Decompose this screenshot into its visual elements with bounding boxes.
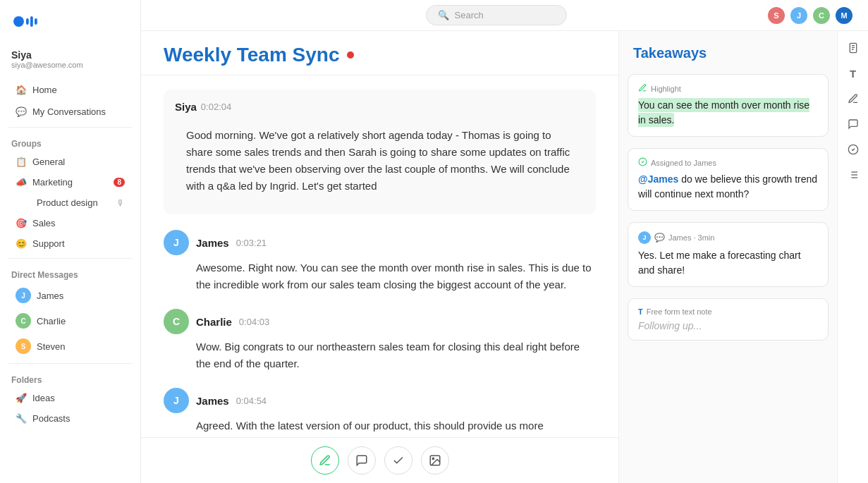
sidebar-dm-label: Steven — [37, 341, 65, 352]
message-1-header: Siya 0:02:04 — [175, 101, 585, 113]
folders-section-title: Folders — [0, 368, 140, 388]
marketing-icon: 📣 — [16, 177, 27, 188]
takeaway-assigned-label: Assigned to James — [638, 157, 818, 168]
sidebar-item-my-conversations[interactable]: 💬 My Conversations — [4, 102, 136, 122]
image-button[interactable] — [421, 446, 449, 475]
james-message-avatar: J — [164, 230, 189, 255]
transcript-scroll[interactable]: Siya 0:02:04 Good morning. We've got a r… — [141, 75, 618, 437]
sidebar-dm-label: Charlie — [37, 316, 66, 326]
comment-icon: 💬 — [654, 233, 665, 243]
sidebar-item-label: Home — [32, 85, 57, 95]
takeaway-note-label: T Free form text note — [638, 307, 818, 316]
content-area: Weekly Team Sync Siya 0:02:04 Good morni… — [141, 31, 868, 483]
live-indicator — [347, 51, 354, 59]
takeaway-highlight-card[interactable]: Highlight You can see the month over mon… — [628, 74, 829, 137]
home-icon: 🏠 — [16, 85, 27, 95]
doc-icon[interactable] — [842, 37, 864, 59]
user-profile: Siya siya@awesome.com — [0, 45, 140, 79]
message-2-header: J James 0:03:21 — [164, 230, 596, 255]
sidebar: Siya siya@awesome.com 🏠 Home 💬 My Conver… — [0, 0, 141, 483]
james-message-avatar-2: J — [164, 388, 189, 413]
sidebar-item-label: General — [32, 157, 65, 167]
message-2: J James 0:03:21 Awesome. Right now. You … — [164, 230, 596, 293]
list-icon[interactable] — [842, 164, 864, 186]
sidebar-dm-james[interactable]: J James — [4, 283, 136, 307]
divider — [8, 258, 132, 259]
steven-avatar: S — [16, 338, 31, 354]
takeaways-header: Takeaways — [619, 31, 837, 68]
message-3-header: C Charlie 0:04:03 — [164, 309, 596, 334]
sidebar-folder-podcasts[interactable]: 🔧 Podcasts — [4, 409, 136, 428]
sidebar-dm-charlie[interactable]: C Charlie — [4, 309, 136, 333]
text-format-icon[interactable]: T — [842, 62, 864, 85]
groups-section-title: Groups — [0, 132, 140, 152]
takeaway-highlight-label: Highlight — [638, 83, 818, 94]
chat-icon[interactable] — [842, 113, 864, 135]
message-1-text: Good morning. We've got a relatively sho… — [175, 118, 585, 203]
charlie-avatar: C — [16, 313, 31, 329]
sidebar-item-marketing[interactable]: 📣 Marketing 8 — [4, 173, 136, 192]
divider — [8, 363, 132, 364]
user-name: Siya — [11, 49, 129, 61]
general-icon: 📋 — [16, 157, 27, 167]
takeaway-comment-meta: J 💬 James · 3min — [638, 231, 818, 244]
message-2-text: Awesome. Right now. You can see the mont… — [196, 259, 596, 293]
sidebar-item-product-design[interactable]: Product design 🎙 — [4, 193, 136, 212]
marketing-badge: 8 — [114, 178, 125, 187]
message-3-text: Wow. Big congrats to our northeastern sa… — [196, 338, 596, 372]
sidebar-folder-label: Podcasts — [32, 413, 70, 424]
svg-rect-1 — [26, 18, 29, 25]
conversations-icon: 💬 — [16, 106, 27, 117]
message-1: Siya 0:02:04 Good morning. We've got a r… — [164, 90, 596, 214]
charlie-message-avatar: C — [164, 309, 189, 334]
sidebar-item-label: Marketing — [32, 177, 73, 188]
sidebar-dm-steven[interactable]: S Steven — [4, 334, 136, 358]
conversation-title-text: Weekly Team Sync — [164, 44, 340, 66]
sidebar-item-label: My Conversations — [32, 106, 106, 117]
takeaway-comment-card[interactable]: J 💬 James · 3min Yes. Let me make a fore… — [628, 222, 829, 287]
message-4-author: James — [196, 395, 229, 407]
header-avatar-4: M — [834, 6, 854, 25]
takeaway-highlight-text: You can see the month over month rise in… — [638, 98, 818, 128]
podcasts-icon: 🔧 — [16, 413, 27, 424]
message-3: C Charlie 0:04:03 Wow. Big congrats to o… — [164, 309, 596, 372]
takeaway-note-input[interactable]: Following up... — [638, 320, 818, 331]
svg-rect-3 — [35, 18, 37, 25]
ideas-icon: 🚀 — [16, 393, 27, 403]
sidebar-dm-label: James — [37, 291, 63, 301]
takeaway-note-card[interactable]: T Free form text note Following up... — [628, 298, 829, 341]
sidebar-item-support[interactable]: 😊 Support — [4, 234, 136, 253]
message-4-text: Agreed. With the latest version of our p… — [196, 417, 596, 434]
header-avatars: S J C M — [766, 6, 854, 25]
message-4-time: 0:04:54 — [236, 396, 267, 406]
search-bar[interactable]: 🔍 Search — [426, 5, 567, 25]
main-panel: Weekly Team Sync Siya 0:02:04 Good morni… — [141, 31, 618, 483]
james-avatar: J — [16, 288, 31, 303]
dm-section-title: Direct Messages — [0, 263, 140, 283]
support-icon: 😊 — [16, 238, 27, 249]
comment-button[interactable] — [348, 446, 376, 475]
sidebar-folder-label: Ideas — [32, 393, 55, 403]
svg-rect-2 — [30, 16, 33, 27]
header-avatar-1: S — [766, 6, 786, 25]
message-2-time: 0:03:21 — [236, 238, 267, 248]
message-2-author: James — [196, 237, 229, 249]
mic-icon: 🎙 — [116, 198, 125, 208]
sidebar-item-sales[interactable]: 🎯 Sales — [4, 214, 136, 233]
check-circle-icon[interactable] — [842, 138, 864, 161]
message-4-header: J James 0:04:54 — [164, 388, 596, 413]
assigned-icon — [638, 157, 647, 168]
takeaways-title: Takeaways — [633, 45, 823, 61]
svg-point-0 — [13, 16, 24, 27]
takeaways-panel: Takeaways Highlight You can see the mont… — [618, 31, 837, 483]
highlight-button[interactable] — [311, 446, 339, 475]
search-placeholder: Search — [455, 10, 484, 20]
sidebar-item-home[interactable]: 🏠 Home — [4, 80, 136, 100]
sidebar-item-general[interactable]: 📋 General — [4, 152, 136, 171]
takeaway-assigned-card[interactable]: Assigned to James @James do we believe t… — [628, 148, 829, 211]
pen-icon[interactable] — [842, 87, 864, 110]
takeaway-comment-text: Yes. Let me make a forecasting chart and… — [638, 248, 818, 278]
top-header: 🔍 Search S J C M — [141, 0, 868, 31]
sidebar-folder-ideas[interactable]: 🚀 Ideas — [4, 389, 136, 408]
action-button[interactable] — [384, 446, 412, 475]
